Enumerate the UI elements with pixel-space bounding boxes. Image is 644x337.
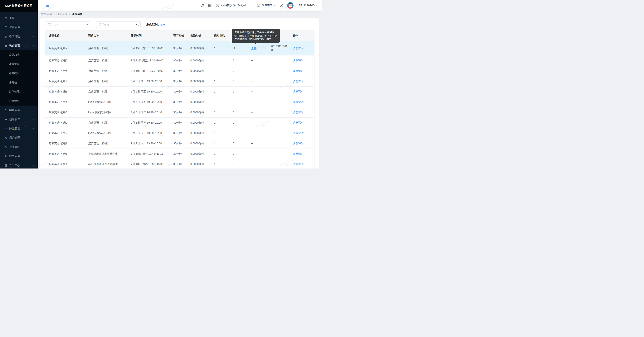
chevron-down-icon [33,35,35,38]
consumed-cell: 1 [210,55,229,66]
lesson-length-cell: 30分钟 [170,97,187,107]
start-time-cell: 9月 10日 周三 19:30~20:00 [127,66,170,76]
sidebar-item-teach-assist[interactable]: 教学辅助 [0,32,38,41]
action-cell: 调整课时 [289,117,314,128]
adjust-reason-cell: -- [248,66,268,76]
svg-text:企: 企 [216,4,218,6]
person-icon [4,136,8,139]
sidebar-subitem[interactable]: 消课管理 [0,96,38,106]
attendance-cell: 0.0000分钟 [187,76,210,86]
adjust-hours-link[interactable]: 调整课时 [293,152,304,155]
adjusted-cell: 0 [229,76,248,86]
adjust-hours-link[interactable]: 调整课时 [293,163,304,166]
sidebar-item-enterprise-mgmt[interactable]: 企业管理 [0,142,38,152]
course-name-input[interactable] [96,21,134,28]
search-icon [136,23,139,26]
adjust-hours-link[interactable]: 调整课时 [293,121,304,124]
adjust-hours-link[interactable]: 调整课时 [293,59,304,62]
collapse-sidebar-icon[interactable] [45,3,50,7]
lesson-name-cell: 启蒙英语-初级4 [45,76,84,86]
breadcrumb-item[interactable]: 消课管理 [56,12,67,16]
sidebar-item-label: 教务管理 [9,44,33,47]
adjust-hours-link[interactable]: 调整课时 [293,100,304,103]
avatar[interactable] [287,2,294,9]
adjust-hours-link[interactable]: 调整课时 [293,111,304,114]
sidebar-subitem[interactable]: 请假管理 [0,59,38,69]
lesson-search-button[interactable] [84,21,90,28]
qrcode-icon[interactable] [208,3,212,7]
sidebar: XX科技股份有限公司 首页课程管理教学辅助教务管理监课总览请假管理考勤统计课时包… [0,0,38,168]
lesson-length-cell: 30分钟 [170,66,187,76]
consumed-cell: 1 [210,159,229,168]
main-area: 企 XX科技股份有限公司 简体中文 [38,0,322,168]
search-icon [86,23,88,26]
attendance-cell: 0.0000分钟 [187,159,210,168]
topbar: 企 XX科技股份有限公司 简体中文 [38,0,322,10]
book-icon [4,26,8,29]
language-selector[interactable]: 简体中文 [256,3,276,7]
sidebar-subitem[interactable]: 考勤统计 [0,69,38,78]
user-menu[interactable]: 18311136100 [297,4,318,7]
course-name-cell: 启蒙英语（初级） [84,55,127,66]
sidebar-item-home[interactable]: 首页 [0,13,38,23]
breadcrumb-item[interactable]: 教务管理 [41,12,52,16]
start-time-cell: 9月 5日 周五 19:30~20:00 [127,86,170,97]
adjust-hours-link[interactable]: 调整课时 [293,142,304,145]
topbar-right: 企 XX科技股份有限公司 简体中文 [200,2,318,9]
action-cell: 调整课时 [289,66,314,76]
sidebar-item-label: 导出中心 [9,164,33,167]
sidebar-item-academic-mgmt[interactable]: 教务管理 [0,41,38,50]
start-time-cell: 9月 3日 周三 20:10~20:40 [127,107,170,117]
view-reason-link[interactable]: 查看 [251,47,256,50]
company-selector[interactable]: 企 XX科技股份有限公司 [216,3,249,7]
sidebar-item-question-bank[interactable]: 题库管理 [0,115,38,124]
person-list-icon [4,127,8,130]
adjust-hours-link[interactable]: 调整课时 [293,47,304,50]
lesson-length-cell: 30分钟 [170,149,187,159]
adjust-hours-link[interactable]: 调整课时 [293,131,304,135]
adjust-hours-link[interactable]: 调整课时 [293,80,304,83]
adjust-reason-cell: -- [248,97,268,107]
consumed-cell: 1 [210,97,229,107]
sidebar-item-finance-mgmt[interactable]: 财务管理 [0,152,38,161]
lesson-name-input[interactable] [46,21,84,28]
course-search-button[interactable] [134,21,140,28]
sidebar-item-label: 企业管理 [9,145,33,149]
lesson-name-cell: 启蒙英语-初级3 [45,86,84,97]
lesson-search-group [46,21,90,28]
table-row: 启蒙英语-初级2Lydia启蒙英语-初级9月 3日 周三 19:00~19:30… [45,128,314,138]
table-row: 启蒙英语-初级7启蒙英语（初级）9月 15日 周一 19:30~20:0030分… [45,41,314,55]
sidebar-item-teacher-student[interactable]: 师生管理 [0,124,38,133]
sidebar-subitem[interactable]: 监课总览 [0,50,38,59]
sidebar-menu: 首页课程管理教学辅助教务管理监课总览请假管理考勤统计课时包订单管理消课管理网盘管… [0,12,38,168]
sidebar-item-course-mgmt[interactable]: 课程管理 [0,23,38,32]
chevron-up-icon [33,44,35,47]
course-name-cell: 启蒙英语（初级） [84,76,127,86]
chevron-down-icon [247,4,249,6]
adjust-reason-cell: -- [248,149,268,159]
sidebar-item-export-center[interactable]: 导出中心 [0,161,38,168]
sidebar-subitem[interactable]: 订单管理 [0,87,38,96]
adjust-hours-link[interactable]: 调整课时 [293,69,304,72]
adjusted-cell: 0 [229,159,248,168]
start-time-cell: 9月 8日 周一 19:30~20:00 [127,76,170,86]
sidebar-subitem[interactable]: 课时包 [0,78,38,87]
adjust-hours-link[interactable]: 调整课时 [293,90,304,93]
company-name: XX科技股份有限公司 [221,4,246,7]
table-row: 启蒙英语-初级6启蒙英语（初级）9月 12日 周五 19:30~20:0030分… [45,55,314,66]
table-row: 启蒙英语-初级1小班课老师课表查看学生7月 16日 周三 10:41~11:11… [45,149,314,159]
help-icon[interactable] [200,3,204,7]
column-header: 调整原因 [248,30,268,41]
sidebar-item-netdisk-mgmt[interactable]: 网盘管理 [0,106,38,115]
adjusted-cell: 0 [229,97,248,107]
lesson-name-cell: 启蒙英语-初级4 [45,97,84,107]
attendance-cell: 0.0000分钟 [187,41,210,55]
sidebar-item-user-mgmt[interactable]: 用户管理 [0,133,38,142]
adjust-reason-cell: -- [248,86,268,97]
lessons-table-card: 课节名称课程名称开课时间课节时长出勤时长课时消耗调整课时调整原因操作人操作 启蒙… [45,30,314,168]
operator-cell [268,107,289,117]
sidebar-item-label: 课程管理 [9,25,33,29]
remaining-hours: 剩余课时:-9.5 [146,23,165,26]
currency-yen-icon[interactable] [279,3,284,7]
chevron-down-icon [316,4,318,6]
